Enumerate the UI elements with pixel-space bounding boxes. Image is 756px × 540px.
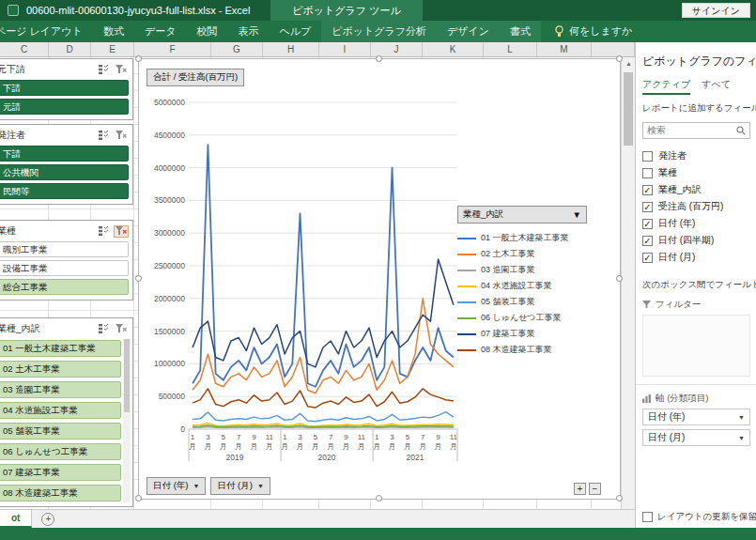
field-row[interactable]: 発注者 [642, 147, 756, 164]
slicer-item[interactable]: 02 土木工事業 [0, 361, 121, 378]
selection-handle[interactable] [616, 275, 623, 282]
slicer-item[interactable]: 05 舗装工事業 [0, 423, 121, 440]
ribbon-tab-ピボットグラフ分析[interactable]: ピボットグラフ分析 [321, 21, 437, 42]
multi-select-icon[interactable] [96, 130, 111, 142]
ribbon-tab-ページ レイアウト[interactable]: ページ レイアウト [0, 21, 93, 42]
slicer-item[interactable]: 07 建築工事業 [0, 464, 121, 481]
slicer-scrollbar-thumb[interactable] [124, 339, 130, 412]
slicer-item[interactable]: 01 一般土木建築工事業 [0, 340, 121, 357]
slicer-item[interactable]: 職別工事業 [0, 241, 129, 257]
field-row[interactable]: ✓日付 (四半期) [642, 232, 756, 249]
multi-select-icon[interactable] [96, 323, 111, 335]
pane-tab-すべて[interactable]: すべて [702, 78, 731, 95]
pane-tab-アクティブ[interactable]: アクティブ [642, 78, 690, 95]
defer-layout-row: レイアウトの更新を保留する [642, 511, 756, 523]
ribbon-tab-校閲[interactable]: 校閲 [186, 21, 227, 42]
date-month-field-button[interactable]: 日付 (月)▼ [210, 477, 270, 495]
svg-text:月: 月 [220, 442, 227, 451]
selection-handle[interactable] [135, 495, 142, 501]
column-header-C[interactable]: C [0, 42, 49, 56]
selection-handle[interactable] [616, 55, 623, 62]
slicer-item[interactable]: 04 水道施設工事業 [0, 402, 121, 419]
sign-in-button[interactable]: サインイン [682, 3, 750, 18]
column-header-E[interactable]: E [91, 42, 134, 56]
pivot-chart[interactable]: 0500000100000015000002000000250000030000… [138, 58, 621, 500]
svg-text:1: 1 [375, 433, 379, 441]
column-header-K[interactable]: K [423, 42, 484, 56]
active-sheet-tab[interactable]: ot [0, 510, 32, 528]
slicer-item[interactable]: 設備工事業 [0, 260, 129, 276]
field-checkbox[interactable]: ✓ [642, 202, 653, 212]
axis-area-item[interactable]: 日付 (月)▼ [642, 429, 750, 446]
column-header-M[interactable]: M [537, 42, 592, 56]
field-row[interactable]: ✓日付 (年) [642, 215, 756, 232]
field-row[interactable]: ✓業種_内訳 [642, 181, 756, 198]
field-checkbox[interactable] [642, 151, 653, 162]
slicer-item[interactable]: 下請 [0, 80, 129, 96]
selection-handle[interactable] [135, 275, 142, 282]
selection-handle[interactable] [376, 495, 382, 501]
ribbon-tab-ヘルプ[interactable]: ヘルプ [269, 21, 321, 42]
slicer-item[interactable]: 06 しゅんせつ工事業 [0, 443, 121, 460]
multi-select-icon[interactable] [96, 64, 111, 76]
scrollbar-thumb[interactable] [624, 72, 633, 146]
slicer-item[interactable]: 08 木造建築工事業 [0, 485, 121, 501]
slicer-item[interactable]: 下請 [0, 146, 129, 162]
lightbulb-icon [554, 25, 564, 38]
field-row[interactable]: ✓受注高 (百万円) [642, 198, 756, 215]
axis-area-item[interactable]: 日付 (年)▼ [642, 409, 750, 425]
ribbon-tab-数式[interactable]: 数式 [93, 21, 134, 42]
ribbon-tab-デザイン[interactable]: デザイン [437, 21, 500, 42]
vertical-scrollbar[interactable]: ▲ [621, 57, 635, 509]
value-field-button[interactable]: 合計 / 受注高(百万円) [147, 69, 244, 86]
tell-me[interactable]: 何をしますか [554, 21, 632, 42]
field-row[interactable]: 業種 [642, 164, 756, 181]
column-header-J[interactable]: J [371, 42, 423, 56]
clear-filter-icon[interactable] [114, 64, 129, 76]
column-header-partial[interactable] [592, 42, 635, 56]
multi-select-icon-glyph [99, 324, 109, 333]
selection-handle[interactable] [376, 55, 382, 62]
field-checkbox[interactable]: ✓ [642, 185, 653, 195]
slicer-item[interactable]: 民間等 [0, 183, 129, 199]
column-header-D[interactable]: D [49, 42, 91, 56]
legend-entry: 05 舗装工事業 [457, 294, 596, 310]
slicer-item[interactable]: 元請 [0, 99, 129, 115]
column-header-L[interactable]: L [484, 42, 537, 56]
slicer-scrollbar[interactable] [123, 339, 131, 502]
selection-handle[interactable] [135, 55, 142, 62]
column-headers: CDEFGHIJKLM [0, 42, 635, 57]
multi-select-icon[interactable] [96, 225, 111, 238]
filter-area-box[interactable] [642, 315, 750, 377]
add-sheet-button[interactable]: + [41, 513, 54, 526]
pane-hint: レポートに追加するフィールドを選択してください: [642, 102, 756, 115]
legend-field-button[interactable]: 業種_内訳 ▼ [457, 206, 587, 224]
date-year-field-button[interactable]: 日付 (年)▼ [147, 477, 206, 495]
field-checkbox[interactable]: ✓ [642, 253, 653, 263]
column-header-G[interactable]: G [211, 42, 263, 56]
column-header-H[interactable]: H [263, 42, 319, 56]
ribbon-tab-書式[interactable]: 書式 [500, 21, 541, 42]
clear-filter-icon[interactable] [114, 225, 129, 238]
slicer-item[interactable]: 03 造園工事業 [0, 381, 121, 398]
expand-button[interactable]: + [574, 483, 586, 495]
field-checkbox[interactable]: ✓ [642, 219, 653, 229]
field-search-input[interactable]: 検索 [642, 122, 750, 139]
field-checkbox[interactable]: ✓ [642, 236, 653, 246]
collapse-button[interactable]: − [589, 483, 601, 495]
field-checkbox[interactable] [642, 168, 653, 178]
slicer-item[interactable]: 総合工事業 [0, 279, 129, 295]
clear-filter-icon[interactable] [114, 130, 129, 142]
selection-handle[interactable] [616, 495, 623, 501]
ribbon-tab-表示[interactable]: 表示 [227, 21, 269, 42]
slicer-item[interactable]: 公共機関 [0, 164, 129, 180]
legend-line-swatch [457, 333, 476, 335]
svg-text:7: 7 [237, 433, 241, 441]
column-header-I[interactable]: I [319, 42, 371, 56]
scroll-up-arrow[interactable]: ▲ [622, 57, 636, 70]
column-header-F[interactable]: F [134, 42, 211, 56]
ribbon-tab-データ[interactable]: データ [134, 21, 187, 42]
field-row[interactable]: ✓日付 (月) [642, 249, 756, 266]
clear-filter-icon[interactable] [114, 323, 129, 335]
defer-layout-checkbox[interactable] [642, 512, 653, 522]
